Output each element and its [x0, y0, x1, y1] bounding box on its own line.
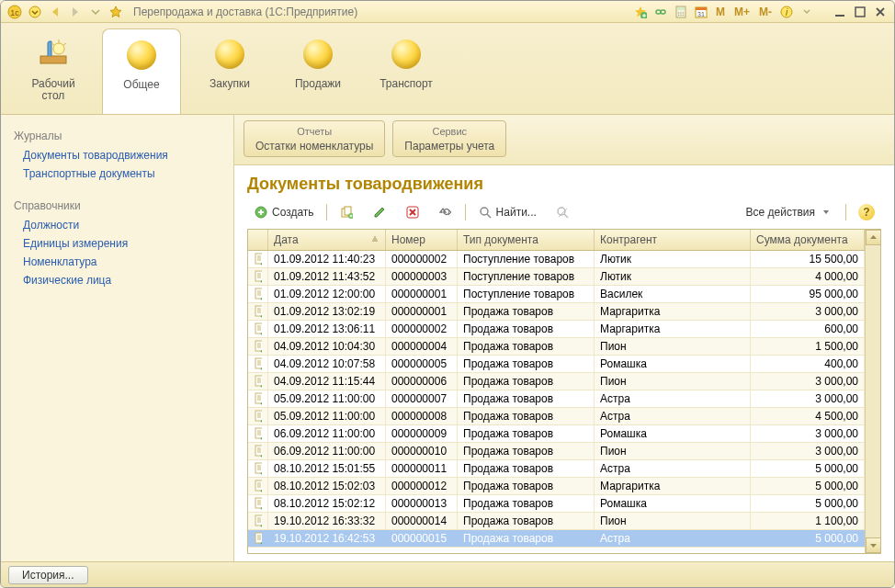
- app-menu-icon[interactable]: 1c: [6, 4, 23, 20]
- link-icon[interactable]: [652, 4, 669, 20]
- window-maximize-icon[interactable]: [852, 5, 868, 19]
- cell-date: 01.09.2012 13:06:11: [268, 321, 386, 337]
- history-button[interactable]: История...: [8, 566, 88, 584]
- table-row[interactable]: 01.09.2012 11:43:52000000003Поступление …: [248, 268, 865, 286]
- table-row[interactable]: 08.10.2012 15:01:55000000011Продажа това…: [248, 460, 865, 478]
- document-icon: [248, 321, 268, 337]
- tab-icon: [35, 36, 72, 73]
- scroll-up-icon[interactable]: [866, 230, 881, 245]
- cell-type: Поступление товаров: [458, 268, 595, 285]
- search-clear-icon: [555, 205, 570, 220]
- table-row[interactable]: 05.09.2012 11:00:00000000007Продажа това…: [248, 390, 865, 408]
- document-icon: [248, 495, 268, 512]
- memory-mminus-button[interactable]: M-: [756, 6, 775, 18]
- service-button[interactable]: Сервис Параметры учета: [392, 120, 506, 157]
- table-row[interactable]: 04.09.2012 10:07:58000000005Продажа това…: [248, 356, 865, 373]
- memory-mplus-button[interactable]: M+: [731, 6, 753, 18]
- cell-type: Продажа товаров: [458, 303, 595, 320]
- sidebar-link[interactable]: Единицы измерения: [14, 234, 221, 253]
- table-row[interactable]: 01.09.2012 12:00:00000000001Поступление …: [248, 286, 865, 303]
- table-row[interactable]: 19.10.2012 16:33:32000000014Продажа това…: [248, 513, 865, 530]
- nav-back-icon[interactable]: [47, 4, 63, 20]
- dropdown-icon[interactable]: [27, 4, 43, 20]
- table-row[interactable]: 05.09.2012 11:00:00000000008Продажа това…: [248, 408, 865, 425]
- window-close-icon[interactable]: [872, 5, 889, 19]
- column-type[interactable]: Тип документа: [458, 230, 595, 250]
- table-row[interactable]: 01.09.2012 11:40:23000000002Поступление …: [248, 251, 865, 268]
- document-icon: [248, 373, 268, 390]
- table-row[interactable]: 08.10.2012 15:02:03000000012Продажа това…: [248, 478, 865, 495]
- titlebar: 1c Перепродажа и доставка (1С:Предприяти…: [1, 1, 894, 23]
- main-tab-общее[interactable]: Общее: [102, 28, 181, 114]
- nav-forward-icon[interactable]: [67, 4, 84, 20]
- cell-type: Продажа товаров: [458, 321, 595, 337]
- cell-type: Продажа товаров: [458, 373, 595, 390]
- column-number[interactable]: Номер: [386, 230, 458, 250]
- cell-sum: 5 000,00: [751, 478, 865, 494]
- main-tab-продажи[interactable]: Продажи: [278, 28, 357, 114]
- cell-sum: 95 000,00: [751, 286, 865, 302]
- svg-rect-21: [40, 56, 66, 63]
- edit-button[interactable]: [366, 202, 393, 222]
- cell-number: 000000005: [386, 356, 458, 372]
- table-row[interactable]: 08.10.2012 15:02:12000000013Продажа това…: [248, 495, 865, 513]
- table-row[interactable]: 06.09.2012 11:00:00000000009Продажа това…: [248, 425, 865, 443]
- delete-button[interactable]: [399, 202, 426, 222]
- cell-type: Продажа товаров: [458, 425, 595, 442]
- copy-icon: [339, 205, 354, 220]
- favorite-star-icon[interactable]: [108, 4, 124, 20]
- column-date[interactable]: Дата: [268, 230, 386, 250]
- info-dropdown-icon[interactable]: [799, 4, 815, 20]
- document-icon: [248, 530, 268, 547]
- help-button[interactable]: ?: [852, 201, 881, 223]
- tab-label: Закупки: [210, 78, 250, 90]
- favorites-add-icon[interactable]: [632, 4, 649, 20]
- main-tab-закупки[interactable]: Закупки: [190, 28, 269, 114]
- table-row[interactable]: 01.09.2012 13:06:11000000002Продажа това…: [248, 321, 865, 338]
- cell-number: 000000012: [386, 478, 458, 494]
- window-minimize-icon[interactable]: [832, 5, 848, 19]
- all-actions-button[interactable]: Все действия: [740, 202, 840, 222]
- service-caption: Сервис: [404, 124, 494, 139]
- info-icon[interactable]: i: [778, 4, 795, 20]
- cell-date: 08.10.2012 15:02:12: [268, 495, 386, 512]
- table-row[interactable]: 19.10.2012 16:42:53000000015Продажа това…: [248, 530, 865, 548]
- sort-indicator-icon: [370, 233, 380, 246]
- table-row[interactable]: 06.09.2012 11:00:00000000010Продажа това…: [248, 443, 865, 460]
- reports-button[interactable]: Отчеты Остатки номенклатуры: [244, 120, 385, 157]
- main-pane: Отчеты Остатки номенклатуры Сервис Парам…: [234, 115, 894, 561]
- create-button[interactable]: Создать: [247, 202, 321, 222]
- cell-date: 01.09.2012 12:00:00: [268, 286, 386, 302]
- column-sum[interactable]: Сумма документа: [751, 230, 865, 250]
- sidebar-link[interactable]: Документы товародвижения: [14, 146, 221, 164]
- refresh-button[interactable]: [432, 202, 459, 222]
- calendar-icon[interactable]: 31: [693, 4, 709, 20]
- column-icon[interactable]: [248, 230, 268, 250]
- svg-point-10: [683, 12, 685, 14]
- clear-find-button[interactable]: [549, 202, 576, 222]
- calculator-icon[interactable]: [673, 4, 689, 20]
- nav-menu-icon[interactable]: [87, 4, 104, 20]
- main-tab-рабочий-стол[interactable]: Рабочийстол: [14, 28, 93, 114]
- table-row[interactable]: 04.09.2012 10:04:30000000004Продажа това…: [248, 338, 865, 356]
- sidebar-link[interactable]: Номенклатура: [14, 253, 221, 271]
- sidebar-group-title: Журналы: [14, 130, 221, 142]
- column-counterparty[interactable]: Контрагент: [595, 230, 751, 250]
- table-row[interactable]: 04.09.2012 11:15:44000000006Продажа това…: [248, 373, 865, 390]
- main-tabs: РабочийстолОбщееЗакупкиПродажиТранспорт: [1, 23, 894, 115]
- sidebar-link[interactable]: Физические лица: [14, 271, 221, 289]
- scroll-down-icon[interactable]: [866, 537, 881, 553]
- sidebar-link[interactable]: Транспортные документы: [14, 164, 221, 183]
- table-scrollbar[interactable]: [865, 230, 880, 553]
- memory-m-button[interactable]: M: [713, 6, 728, 18]
- table-row[interactable]: 01.09.2012 13:02:19000000001Продажа това…: [248, 303, 865, 321]
- cell-number: 000000006: [386, 373, 458, 390]
- main-tab-транспорт[interactable]: Транспорт: [367, 28, 446, 114]
- find-button[interactable]: Найти...: [471, 202, 543, 222]
- cell-counterparty: Ромашка: [595, 356, 751, 372]
- sidebar-link[interactable]: Должности: [14, 216, 221, 234]
- sidebar: ЖурналыДокументы товародвиженияТранспорт…: [1, 115, 234, 561]
- service-label: Параметры учета: [404, 139, 494, 153]
- cell-date: 04.09.2012 10:04:30: [268, 338, 386, 355]
- copy-button[interactable]: [333, 202, 360, 222]
